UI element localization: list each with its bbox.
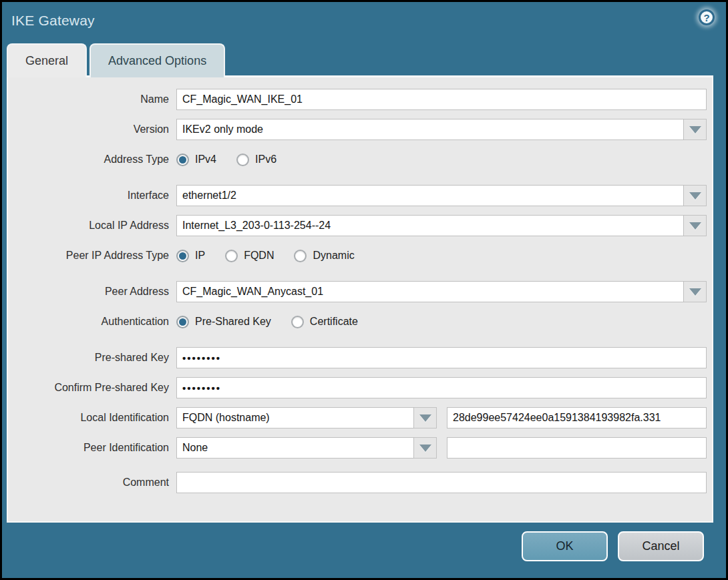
interface-dropdown-button[interactable] bbox=[684, 185, 707, 206]
local-ip-address-dropdown-button[interactable] bbox=[684, 215, 707, 236]
peer-address-row: Peer Address CF_Magic_WAN_Anycast_01 bbox=[8, 281, 707, 302]
confirm-pre-shared-key-input[interactable] bbox=[176, 377, 707, 398]
local-ip-address-value: Internet_L3_203-0-113-254--24 bbox=[176, 215, 684, 236]
address-type-label: Address Type bbox=[8, 154, 176, 166]
tab-bar: General Advanced Options bbox=[7, 43, 225, 77]
cancel-button[interactable]: Cancel bbox=[618, 531, 704, 561]
local-ip-address-label: Local IP Address bbox=[8, 220, 176, 232]
radio-pre-shared-key[interactable]: Pre-Shared Key bbox=[176, 316, 271, 328]
confirm-pre-shared-key-label: Confirm Pre-shared Key bbox=[8, 382, 176, 394]
peer-identification-row: Peer Identification None bbox=[8, 437, 707, 459]
version-label: Version bbox=[8, 123, 176, 135]
peer-identification-type-value: None bbox=[176, 437, 414, 459]
dialog-title: IKE Gateway bbox=[11, 13, 95, 29]
local-identification-type-select[interactable]: FQDN (hostname) bbox=[176, 407, 437, 428]
radio-fqdn-label: FQDN bbox=[244, 250, 274, 262]
radio-dot bbox=[225, 250, 238, 262]
local-identification-dropdown-button[interactable] bbox=[414, 407, 437, 428]
radio-certificate[interactable]: Certificate bbox=[291, 316, 358, 328]
comment-label: Comment bbox=[8, 477, 176, 489]
peer-address-value: CF_Magic_WAN_Anycast_01 bbox=[176, 281, 684, 302]
chevron-down-icon bbox=[689, 222, 701, 230]
peer-address-select[interactable]: CF_Magic_WAN_Anycast_01 bbox=[176, 281, 707, 302]
name-label: Name bbox=[8, 93, 176, 105]
peer-identification-type-select[interactable]: None bbox=[176, 437, 437, 459]
pre-shared-key-input[interactable] bbox=[176, 347, 707, 368]
radio-dot bbox=[176, 154, 189, 166]
chevron-down-icon bbox=[689, 288, 701, 296]
radio-ip-label: IP bbox=[195, 250, 205, 262]
authentication-label: Authentication bbox=[8, 316, 176, 328]
pre-shared-key-label: Pre-shared Key bbox=[8, 352, 176, 364]
radio-ipv4[interactable]: IPv4 bbox=[176, 154, 216, 166]
radio-dynamic[interactable]: Dynamic bbox=[294, 250, 354, 262]
peer-address-dropdown-button[interactable] bbox=[684, 281, 707, 302]
comment-row: Comment bbox=[8, 472, 707, 493]
name-input[interactable] bbox=[176, 89, 707, 110]
peer-identification-label: Peer Identification bbox=[8, 442, 176, 454]
chevron-down-icon bbox=[689, 126, 701, 133]
version-dropdown-button[interactable] bbox=[684, 119, 707, 140]
radio-ipv6-label: IPv6 bbox=[255, 154, 277, 166]
radio-dot bbox=[176, 316, 189, 328]
radio-certificate-label: Certificate bbox=[310, 316, 358, 328]
interface-row: Interface ethernet1/2 bbox=[8, 185, 707, 206]
version-value: IKEv2 only mode bbox=[176, 119, 684, 140]
version-select[interactable]: IKEv2 only mode bbox=[176, 119, 707, 140]
radio-pre-shared-key-label: Pre-Shared Key bbox=[195, 316, 271, 328]
local-ip-address-row: Local IP Address Internet_L3_203-0-113-2… bbox=[8, 215, 707, 236]
chevron-down-icon bbox=[689, 192, 701, 200]
peer-identification-dropdown-button[interactable] bbox=[414, 437, 437, 459]
radio-dot bbox=[176, 250, 189, 262]
radio-dot bbox=[291, 316, 304, 328]
help-icon[interactable]: ? bbox=[699, 9, 715, 25]
tab-general[interactable]: General bbox=[7, 43, 87, 77]
pre-shared-key-row: Pre-shared Key bbox=[8, 347, 707, 368]
peer-ip-address-type-label: Peer IP Address Type bbox=[8, 250, 176, 262]
general-tab-panel: Name Version IKEv2 only mode Address Typ… bbox=[7, 75, 713, 523]
tab-advanced-options[interactable]: Advanced Options bbox=[89, 43, 225, 77]
local-identification-value-input[interactable] bbox=[447, 407, 707, 428]
radio-fqdn[interactable]: FQDN bbox=[225, 250, 274, 262]
ok-button[interactable]: OK bbox=[522, 531, 608, 561]
chevron-down-icon bbox=[419, 414, 431, 422]
radio-ipv4-label: IPv4 bbox=[195, 154, 216, 166]
footer-bar: OK Cancel bbox=[2, 523, 726, 578]
radio-dot bbox=[236, 154, 249, 166]
radio-dot bbox=[294, 250, 307, 262]
chevron-down-icon bbox=[419, 445, 431, 452]
interface-select[interactable]: ethernet1/2 bbox=[176, 185, 707, 206]
local-identification-row: Local Identification FQDN (hostname) bbox=[8, 407, 707, 428]
name-row: Name bbox=[8, 89, 707, 110]
confirm-pre-shared-key-row: Confirm Pre-shared Key bbox=[8, 377, 707, 398]
local-identification-type-value: FQDN (hostname) bbox=[176, 407, 414, 428]
peer-identification-value-input[interactable] bbox=[447, 437, 707, 459]
version-row: Version IKEv2 only mode bbox=[8, 119, 707, 140]
comment-input[interactable] bbox=[176, 472, 707, 493]
ike-gateway-dialog: IKE Gateway ? General Advanced Options N… bbox=[2, 2, 726, 578]
local-identification-label: Local Identification bbox=[8, 412, 176, 424]
address-type-row: Address Type IPv4 IPv6 bbox=[8, 149, 707, 170]
peer-address-label: Peer Address bbox=[8, 286, 176, 298]
title-bar: IKE Gateway ? bbox=[2, 2, 726, 42]
authentication-row: Authentication Pre-Shared Key Certificat… bbox=[8, 311, 707, 332]
peer-ip-address-type-row: Peer IP Address Type IP FQDN Dynamic bbox=[8, 245, 707, 266]
radio-dynamic-label: Dynamic bbox=[313, 250, 354, 262]
interface-value: ethernet1/2 bbox=[176, 185, 684, 206]
radio-ipv6[interactable]: IPv6 bbox=[236, 154, 277, 166]
local-ip-address-select[interactable]: Internet_L3_203-0-113-254--24 bbox=[176, 215, 707, 236]
radio-ip[interactable]: IP bbox=[176, 250, 205, 262]
interface-label: Interface bbox=[8, 190, 176, 202]
